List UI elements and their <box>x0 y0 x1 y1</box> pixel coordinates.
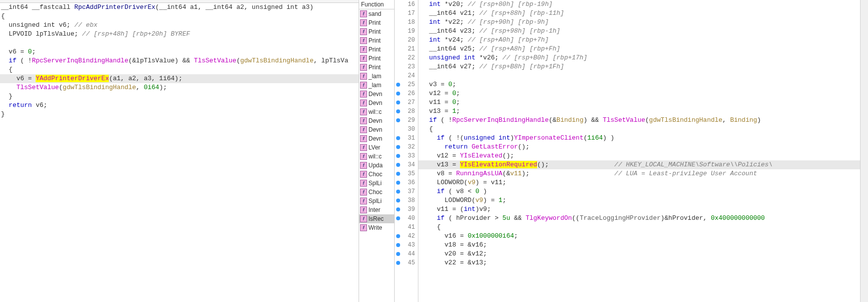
functions-item[interactable]: fChoc <box>359 170 394 179</box>
functions-item[interactable]: fInter <box>359 205 394 214</box>
gutter-line[interactable]: 29 <box>395 116 418 125</box>
gutter-line[interactable]: 20 <box>395 36 418 45</box>
functions-item-label: Devn <box>368 117 382 124</box>
gutter-line[interactable]: 38 <box>395 196 418 205</box>
gutter-line[interactable]: 35 <box>395 169 418 178</box>
functions-item[interactable]: fIsRec <box>359 214 394 223</box>
breakpoint-dot-icon[interactable] <box>396 190 400 194</box>
functions-item[interactable]: fPrint <box>359 45 394 54</box>
breakpoint-dot-icon[interactable] <box>396 145 400 149</box>
breakpoint-dot-icon[interactable] <box>396 207 400 211</box>
breakpoint-dot-icon[interactable] <box>396 92 400 96</box>
gutter-line[interactable]: 40 <box>395 214 418 223</box>
code-line: int *v22; // [rsp+90h] [rbp-9h] <box>418 18 860 27</box>
code-line: { <box>418 125 860 134</box>
line-number-gutter[interactable]: 1617181920212223242526272829303132333435… <box>395 0 418 302</box>
gutter-line[interactable]: 16 <box>395 0 418 9</box>
code-line: __int64 v27; // [rsp+B8h] [rbp+1Fh] <box>418 62 860 71</box>
functions-item[interactable]: fDevn <box>359 99 394 107</box>
gutter-line[interactable]: 19 <box>395 27 418 36</box>
functions-item[interactable]: fChoc <box>359 188 394 197</box>
functions-item[interactable]: fPrint <box>359 36 394 45</box>
functions-item[interactable]: fwil::c <box>359 107 394 116</box>
functions-item[interactable]: fPrint <box>359 54 394 63</box>
functions-item-label: Devn <box>368 91 382 98</box>
vertical-scrollbar[interactable] <box>860 0 868 302</box>
gutter-line[interactable]: 33 <box>395 151 418 160</box>
function-icon: f <box>360 82 367 89</box>
code-line: if ( !RpcServerInqBindingHandle(&lpTlsVa… <box>0 56 359 65</box>
functions-item[interactable]: fsand <box>359 9 394 18</box>
functions-item[interactable]: f_lam <box>359 81 394 90</box>
breakpoint-dot-icon[interactable] <box>396 199 400 202</box>
gutter-line[interactable]: 45 <box>395 258 418 267</box>
function-icon: f <box>360 117 367 124</box>
functions-item[interactable]: fwil::c <box>359 152 394 161</box>
gutter-line[interactable]: 30 <box>395 125 418 134</box>
gutter-line[interactable]: 18 <box>395 18 418 27</box>
functions-item[interactable]: fDevn <box>359 125 394 134</box>
gutter-line[interactable]: 34 <box>395 160 418 169</box>
gutter-line[interactable]: 17 <box>395 9 418 18</box>
breakpoint-dot-icon[interactable] <box>396 101 400 104</box>
functions-item[interactable]: fSplLi <box>359 197 394 205</box>
function-name[interactable]: RpcAddPrinterDriverEx <box>74 3 155 11</box>
breakpoint-dot-icon[interactable] <box>396 172 400 176</box>
gutter-line[interactable]: 26 <box>395 89 418 98</box>
function-icon: f <box>360 64 367 71</box>
breakpoint-dot-icon[interactable] <box>396 118 400 122</box>
left-code-area[interactable]: __int64 __fastcall RpcAddPrinterDriverEx… <box>0 3 359 302</box>
gutter-line[interactable]: 41 <box>395 223 418 232</box>
breakpoint-dot-icon[interactable] <box>396 83 400 87</box>
breakpoint-dot-icon[interactable] <box>396 109 400 113</box>
function-icon: f <box>360 19 367 26</box>
functions-item[interactable]: fDevn <box>359 90 394 99</box>
breakpoint-dot-icon[interactable] <box>396 181 400 185</box>
functions-item-label: Print <box>368 64 381 71</box>
functions-item[interactable]: fSplLi <box>359 179 394 188</box>
function-icon: f <box>360 55 367 62</box>
breakpoint-dot-icon[interactable] <box>396 163 400 167</box>
functions-item[interactable]: fPrint <box>359 18 394 27</box>
functions-pane: Function fsandfPrintfPrintfPrintfPrintfP… <box>359 0 395 302</box>
breakpoint-dot-icon[interactable] <box>396 216 400 220</box>
gutter-line[interactable]: 44 <box>395 250 418 258</box>
gutter-line[interactable]: 36 <box>395 178 418 187</box>
gutter-line[interactable]: 42 <box>395 232 418 241</box>
code-line: v22 = &v13; <box>418 258 860 267</box>
highlighted-call[interactable]: YAddPrinterDriverEx <box>36 75 109 82</box>
code-line: unsigned int v6; // ebx <box>0 21 359 30</box>
gutter-line[interactable]: 32 <box>395 143 418 151</box>
functions-item[interactable]: fWrite <box>359 223 394 232</box>
functions-item[interactable]: fPrint <box>359 63 394 72</box>
code-line: return v6; <box>0 101 359 110</box>
functions-header[interactable]: Function <box>359 0 394 9</box>
functions-item[interactable]: fLVer <box>359 143 394 152</box>
function-icon: f <box>360 135 367 142</box>
gutter-line[interactable]: 27 <box>395 98 418 107</box>
gutter-line[interactable]: 23 <box>395 62 418 71</box>
gutter-line[interactable]: 21 <box>395 45 418 53</box>
functions-item[interactable]: fDevn <box>359 134 394 143</box>
gutter-line[interactable]: 25 <box>395 80 418 89</box>
gutter-line[interactable]: 43 <box>395 241 418 250</box>
gutter-line[interactable]: 39 <box>395 205 418 214</box>
gutter-line[interactable]: 31 <box>395 134 418 143</box>
gutter-line[interactable]: 22 <box>395 53 418 62</box>
gutter-line[interactable]: 28 <box>395 107 418 116</box>
functions-item[interactable]: f_lam <box>359 72 394 81</box>
gutter-line[interactable]: 37 <box>395 187 418 196</box>
breakpoint-dot-icon[interactable] <box>396 261 400 265</box>
functions-item[interactable]: fDevn <box>359 116 394 125</box>
function-icon: f <box>360 46 367 53</box>
breakpoint-dot-icon[interactable] <box>396 243 400 247</box>
breakpoint-dot-icon[interactable] <box>396 154 400 158</box>
breakpoint-dot-icon[interactable] <box>396 252 400 256</box>
functions-item[interactable]: fPrint <box>359 27 394 36</box>
breakpoint-dot-icon[interactable] <box>396 136 400 140</box>
right-code-area[interactable]: int *v20; // [rsp+80h] [rbp-19h] __int64… <box>418 0 860 302</box>
functions-item[interactable]: fUpda <box>359 161 394 170</box>
functions-list[interactable]: fsandfPrintfPrintfPrintfPrintfPrintfPrin… <box>359 9 394 302</box>
gutter-line[interactable]: 24 <box>395 71 418 80</box>
breakpoint-dot-icon[interactable] <box>396 234 400 238</box>
